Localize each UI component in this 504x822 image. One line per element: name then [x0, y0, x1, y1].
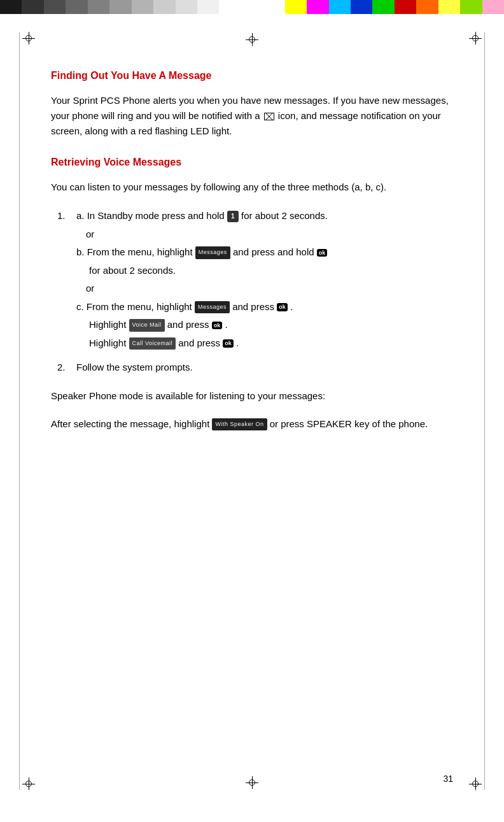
- section-finding-out: Finding Out You Have A Message Your Spri…: [51, 70, 453, 139]
- ok-button-c1: ok: [277, 303, 288, 311]
- speaker-text1: After selecting the message, highlight: [51, 418, 212, 429]
- messages-chip-b: Messages: [195, 246, 230, 259]
- reg-mark-center-bottom: [246, 776, 258, 789]
- sub-label-c: c.: [76, 301, 87, 312]
- sub-item-c: c. From the menu, highlight Messages and…: [76, 299, 328, 315]
- sub-c-text2: and press: [232, 301, 277, 312]
- sub-c-line2: Highlight Voice Mail and press ok .: [89, 316, 328, 333]
- swatch-pink: [482, 0, 504, 14]
- ok-button-c2: ok: [212, 322, 223, 330]
- numbered-list: 1. a. In Standby mode press and hold 1 f…: [57, 208, 453, 376]
- swatch-orange: [416, 0, 438, 14]
- sub-item-b: b. From the menu, highlight Messages and…: [76, 244, 328, 260]
- voicemail-chip: Voice Mail: [129, 319, 165, 331]
- sub-a-text2: for about 2 seconds.: [241, 210, 328, 221]
- section-retrieving: Retrieving Voice Messages You can listen…: [51, 157, 453, 432]
- call-voicemail-chip: Call Voicemail: [129, 337, 176, 350]
- speaker-phone-text: After selecting the message, highlight W…: [51, 416, 453, 432]
- swatch-gray1: [66, 0, 87, 14]
- swatch-gray3: [109, 0, 131, 14]
- envelope-icon: [264, 113, 274, 120]
- item-1-content: a. In Standby mode press and hold 1 for …: [76, 208, 328, 353]
- reg-mark-center-top: [246, 33, 258, 46]
- swatch-lime: [460, 0, 482, 14]
- left-border-line: [19, 32, 20, 790]
- swatch-blue: [351, 0, 372, 14]
- sub-label-b: b.: [76, 246, 87, 257]
- reg-mark-bottom-left: [22, 777, 35, 790]
- speaker-on-chip: With Speaker On: [212, 418, 267, 430]
- swatch-light1: [132, 0, 153, 14]
- item-2-text: Follow the system prompts.: [76, 359, 193, 376]
- key-1-button: 1: [227, 211, 239, 222]
- color-bar-top: [0, 0, 504, 14]
- swatch-black: [0, 0, 22, 14]
- reg-mark-bottom-right: [469, 777, 482, 790]
- swatch-near-white: [197, 0, 219, 14]
- page-content: Finding Out You Have A Message Your Spri…: [0, 0, 504, 500]
- swatch-dark1: [22, 0, 43, 14]
- sub-b-text2: and press and hold: [233, 246, 317, 257]
- swatch-yellow2: [438, 0, 460, 14]
- swatch-light2: [153, 0, 175, 14]
- sub-a-text1: In Standby mode press and hold: [87, 210, 227, 221]
- finding-out-title: Finding Out You Have A Message: [51, 70, 453, 81]
- list-item-2: 2. Follow the system prompts.: [57, 359, 453, 376]
- sub-b-text1: From the menu, highlight: [87, 246, 195, 257]
- ok-button-c3: ok: [223, 339, 234, 348]
- sub-b-cont: for about 2 seconds.: [89, 262, 328, 279]
- sub-item-a: a. In Standby mode press and hold 1 for …: [76, 208, 328, 224]
- swatch-green: [372, 0, 394, 14]
- swatch-light3: [176, 0, 197, 14]
- retrieving-intro: You can listen to your messages by follo…: [51, 180, 453, 195]
- sub-label-a: a.: [76, 210, 87, 221]
- messages-chip-c: Messages: [195, 301, 230, 313]
- finding-out-paragraph: Your Sprint PCS Phone alerts you when yo…: [51, 93, 453, 139]
- sub-c-text1: From the menu, highlight: [87, 301, 195, 312]
- swatch-red: [395, 0, 416, 14]
- or-connector-2: or: [86, 280, 328, 297]
- page-number: 31: [443, 774, 453, 784]
- swatch-dark2: [44, 0, 66, 14]
- list-item-1: 1. a. In Standby mode press and hold 1 f…: [57, 208, 453, 353]
- reg-mark-top-right: [469, 32, 482, 45]
- swatch-gray2: [88, 0, 109, 14]
- reg-mark-top-left: [22, 32, 35, 45]
- sub-c-line3: Highlight Call Voicemail and press ok .: [89, 335, 328, 351]
- swatch-yellow: [285, 0, 307, 14]
- swatch-magenta: [307, 0, 328, 14]
- speaker-phone-heading: Speaker Phone mode is available for list…: [51, 388, 453, 404]
- speaker-text2: or press SPEAKER key of the phone.: [270, 418, 428, 429]
- item-number-1: 1.: [57, 208, 76, 353]
- swatch-cyan: [329, 0, 351, 14]
- ok-button-b: ok: [317, 249, 328, 257]
- right-border-line: [484, 32, 485, 790]
- item-number-2: 2.: [57, 359, 76, 376]
- retrieving-title: Retrieving Voice Messages: [51, 157, 453, 168]
- or-connector-1: or: [86, 226, 328, 243]
- sub-c-text3: .: [290, 301, 293, 312]
